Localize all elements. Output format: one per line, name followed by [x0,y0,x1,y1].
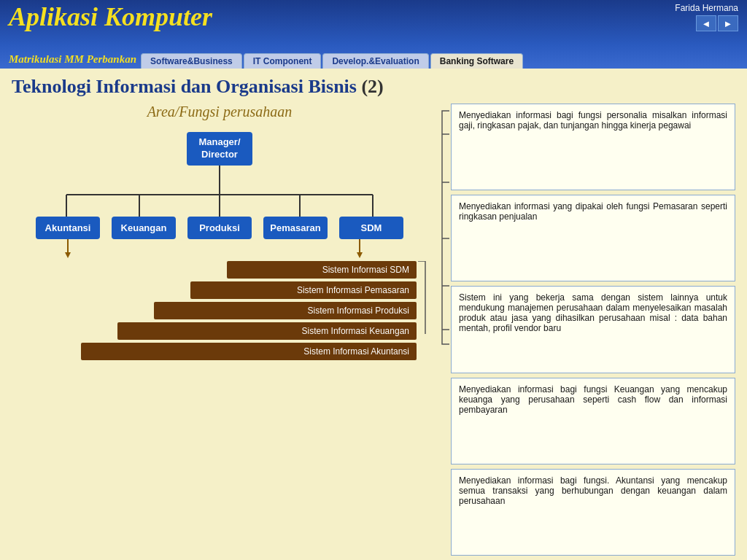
bar-produksi: Sistem Informasi Produksi [154,302,417,319]
app-title: Aplikasi Komputer [9,3,212,32]
manager-node: Manager/Director [187,132,252,166]
info-box-akuntansi: Menyediakan informasi bagi fungsi. Akunt… [451,469,735,556]
tab-software-business[interactable]: Software&Business [141,53,242,69]
node-pemasaran: Pemasaran [263,217,328,239]
node-keuangan: Keuangan [112,217,176,239]
user-name: Farida Hermana [675,3,738,13]
tab-it-component[interactable]: IT Component [244,53,322,69]
node-produksi: Produksi [187,217,252,239]
tab-banking-software[interactable]: Banking Software [430,53,523,69]
bar-keuangan: Sistem Informasi Keuangan [117,322,417,340]
tab-develop-evaluation[interactable]: Develop.&Evaluation [322,53,428,69]
subtitle: Matrikulasi MM Perbankan [9,53,136,69]
node-sdm: SDM [339,217,403,239]
info-box-produksi: Sistem ini yang bekerja sama dengan sist… [451,286,735,373]
area-title: Area/Fungsi perusahaan [12,104,427,120]
node-akuntansi: Akuntansi [36,217,100,239]
svg-marker-10 [357,252,363,258]
nav-prev-button[interactable]: ◄ [696,15,716,31]
info-box-keuangan: Menyediakan informasi bagi fungsi Keuang… [451,378,735,464]
bar-sdm: Sistem Informasi SDM [227,261,417,279]
svg-marker-8 [65,252,71,258]
nav-next-button[interactable]: ► [718,15,738,31]
page-title: Teknologi Informasi dan Organisasi Bisni… [12,76,735,98]
bar-pemasaran: Sistem Informasi Pemasaran [190,281,417,299]
info-box-sdm: Menyediakan informasi bagi fungsi person… [451,104,735,190]
bar-akuntansi: Sistem Informasi Akuntansi [81,343,417,360]
info-box-pemasaran: Menyediakan informasi yang dipakai oleh … [451,195,735,281]
